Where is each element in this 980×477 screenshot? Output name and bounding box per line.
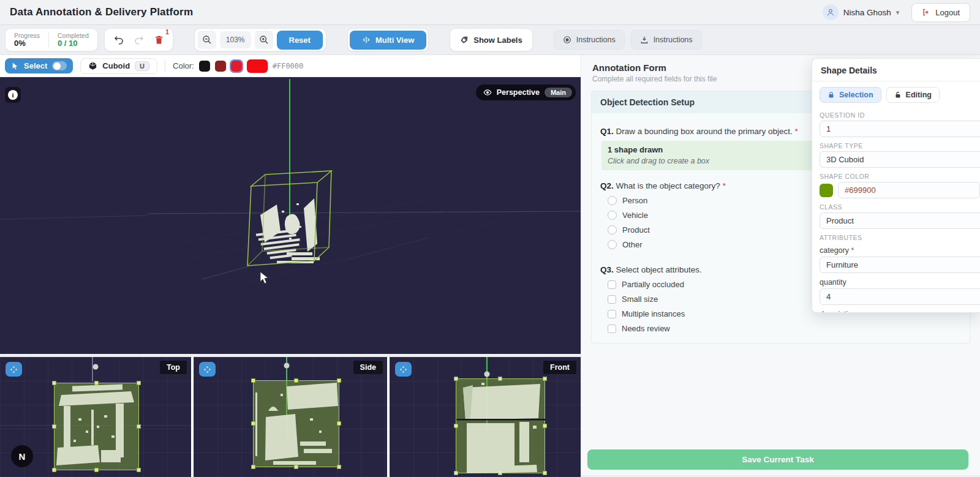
save-current-task-button[interactable]: Save Current Task	[587, 449, 968, 470]
eye-icon	[563, 36, 571, 44]
user-menu[interactable]: Nisha Ghosh ▾	[823, 4, 900, 20]
shape-type-input[interactable]	[820, 151, 980, 168]
front-view-label: Front	[543, 361, 576, 374]
zoom-in-button[interactable]	[255, 31, 273, 49]
select-toggle[interactable]	[52, 61, 67, 70]
unlock-icon	[894, 91, 902, 99]
main-view-badge: Main	[545, 88, 572, 97]
north-indicator: N	[11, 445, 33, 467]
color-swatch-red-selected[interactable]	[231, 61, 242, 72]
top-view[interactable]: Top N	[0, 357, 191, 477]
checkbox-option-needs-review[interactable]: Needs review	[608, 324, 961, 333]
radio-label: Product	[622, 225, 650, 235]
cuboid-tool-label: Cuboid	[102, 61, 130, 70]
show-labels-label: Show Labels	[473, 36, 522, 45]
info-button[interactable]: i	[5, 87, 21, 103]
multi-view-button[interactable]: Multi View	[350, 31, 426, 50]
color-swatch-darkred[interactable]	[215, 61, 226, 72]
front-view[interactable]: Front	[390, 357, 581, 477]
category-input[interactable]	[820, 257, 980, 273]
north-label: N	[19, 451, 26, 462]
zoom-out-button[interactable]	[198, 31, 216, 49]
logout-button[interactable]: Logout	[911, 3, 970, 22]
checkbox-label: Multiple instances	[622, 309, 685, 318]
radio-label: Vehicle	[622, 211, 648, 220]
question-2-required: *	[723, 181, 726, 190]
select-tool-label: Select	[24, 61, 47, 70]
attributes-label: ATTRIBUTES	[820, 234, 973, 241]
user-avatar-icon	[823, 4, 839, 20]
redo-button[interactable]	[134, 34, 145, 45]
multi-view-label: Multi View	[375, 36, 414, 45]
tag-icon	[460, 36, 469, 44]
expand-top-view-button[interactable]	[6, 362, 22, 377]
mouse-cursor	[260, 272, 268, 284]
delete-button[interactable]	[154, 34, 164, 45]
progress-label: Progress	[14, 32, 40, 39]
point-cloud-canvas	[0, 77, 581, 354]
expand-icon	[10, 366, 18, 374]
instructions-view-button[interactable]: Instructions	[554, 30, 625, 50]
shape-color-input[interactable]	[838, 182, 980, 198]
ortho-views-row: Top N	[0, 357, 581, 477]
data-annotation-platform: Data Annotation & Delivery Platform Nish…	[0, 0, 980, 477]
progress-card: Progress 0% Completed 0 / 10	[5, 28, 98, 51]
delete-count-badge: 1	[165, 29, 169, 36]
color-swatch-current[interactable]	[247, 59, 268, 73]
shape-details-panel: Shape Details Selection Editing QUESTION…	[812, 58, 980, 313]
checkbox-icon[interactable]	[608, 295, 616, 304]
tab-selection[interactable]: Selection	[820, 87, 881, 103]
show-labels-button[interactable]: Show Labels	[450, 30, 532, 50]
select-tool-button[interactable]: Select	[5, 58, 73, 73]
quantity-input[interactable]	[820, 288, 980, 305]
radio-icon[interactable]	[608, 225, 617, 235]
expand-side-view-button[interactable]	[199, 362, 216, 377]
info-icon: i	[8, 90, 18, 100]
undo-button[interactable]	[113, 34, 124, 45]
cuboid-tool-button[interactable]: Cuboid U	[80, 58, 157, 74]
radio-icon[interactable]	[608, 211, 617, 220]
expand-icon	[203, 366, 211, 374]
user-name: Nisha Ghosh	[843, 8, 891, 17]
color-swatch-black[interactable]	[199, 61, 210, 72]
cuboid-shortcut-badge: U	[135, 61, 149, 71]
reset-button[interactable]: Reset	[277, 31, 323, 50]
checkbox-icon[interactable]	[608, 325, 616, 333]
radio-icon[interactable]	[608, 196, 617, 205]
question-1-text: Draw a bounding box around the primary o…	[616, 127, 793, 136]
category-label: category *	[820, 246, 973, 255]
perspective-label: Perspective	[497, 88, 540, 97]
question-1-prefix: Q1.	[600, 127, 614, 136]
checkbox-icon[interactable]	[608, 310, 616, 318]
side-view[interactable]: Side	[194, 357, 387, 477]
perspective-viewport[interactable]: i Perspective Main	[0, 77, 581, 354]
class-input[interactable]	[820, 212, 980, 229]
color-picker-group: Color: #FF0000	[173, 59, 303, 73]
cube-icon	[88, 61, 97, 70]
color-label: Color:	[173, 61, 194, 70]
expand-icon	[399, 366, 407, 374]
tab-editing[interactable]: Editing	[886, 87, 940, 103]
question-id-input[interactable]	[820, 121, 980, 137]
radio-icon[interactable]	[608, 240, 617, 249]
shape-details-title: Shape Details	[812, 59, 980, 81]
zoom-card: 103% Reset	[194, 28, 326, 51]
checkbox-icon[interactable]	[608, 280, 616, 289]
reset-label: Reset	[289, 36, 311, 45]
category-required: *	[851, 246, 854, 255]
shape-color-swatch[interactable]	[820, 184, 833, 197]
completed-value: 0 / 10	[58, 39, 89, 48]
instructions-download-button[interactable]: Instructions	[631, 30, 702, 50]
class-label: CLASS	[820, 203, 973, 211]
perspective-pill[interactable]: Perspective Main	[476, 85, 576, 100]
shape-tool-strip: Select Cuboid U Color: #FF0000	[0, 55, 581, 77]
main-toolbar: Progress 0% Completed 0 / 10 1	[0, 25, 980, 55]
page-title: Data Annotation & Delivery Platform	[10, 6, 193, 18]
completed-label: Completed	[58, 32, 89, 39]
checkbox-label: Small size	[622, 295, 658, 304]
color-hex-value: #FF0000	[273, 62, 304, 70]
eye-icon	[483, 89, 492, 96]
app-header: Data Annotation & Delivery Platform Nish…	[0, 0, 980, 25]
expand-front-view-button[interactable]	[395, 362, 412, 377]
question-3-text: Select object attributes.	[616, 265, 702, 274]
